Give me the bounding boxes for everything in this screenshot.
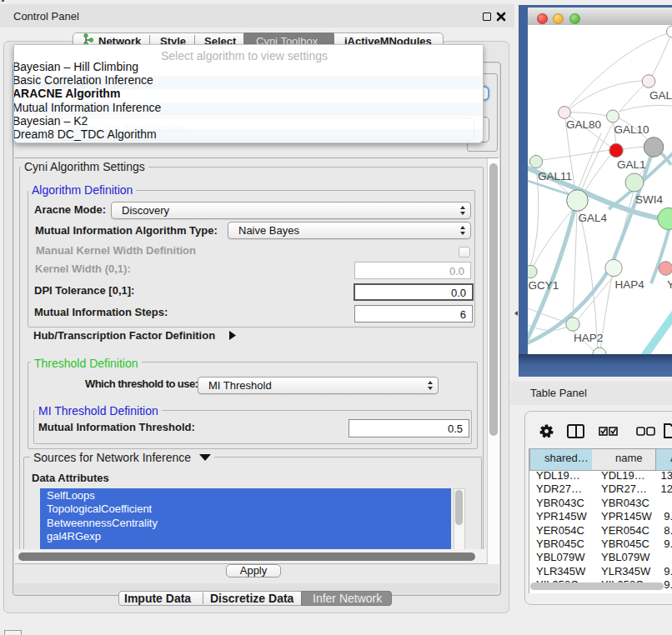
svg-text:Y: Y [667, 278, 672, 291]
svg-text:GAL2: GAL2 [649, 89, 672, 102]
svg-text:HAP2: HAP2 [574, 332, 603, 344]
svg-text:GAL10: GAL10 [614, 123, 649, 136]
svg-text:SWI4: SWI4 [635, 193, 663, 206]
svg-text:GAL11: GAL11 [538, 170, 572, 182]
svg-text:GAL4: GAL4 [579, 212, 608, 224]
svg-text:HAP4: HAP4 [615, 278, 645, 291]
svg-text:GAL80: GAL80 [566, 118, 601, 131]
svg-text:GCY1: GCY1 [529, 279, 559, 292]
svg-text:GAL1: GAL1 [617, 158, 646, 171]
